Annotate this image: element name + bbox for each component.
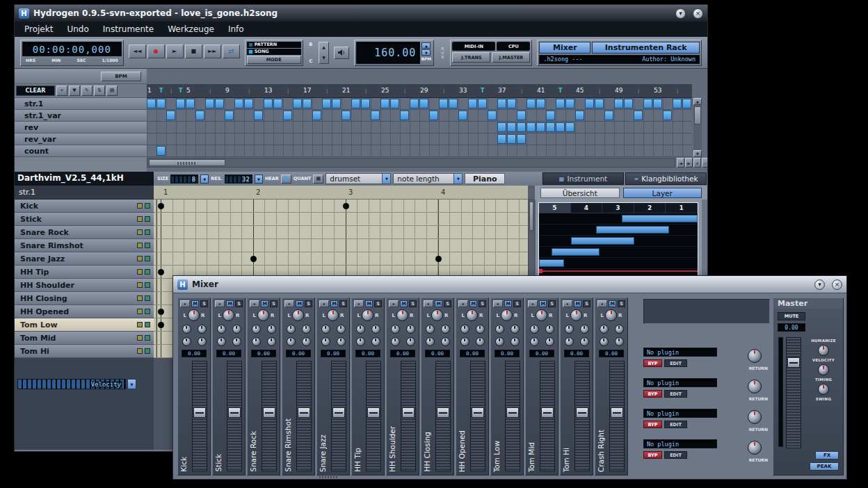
instrument-row-snare-rock[interactable]: Snare Rock xyxy=(15,226,154,239)
channel-volume-fader[interactable] xyxy=(331,361,346,471)
mute-button[interactable]: M xyxy=(365,300,373,307)
fx-send-knob-1[interactable] xyxy=(460,325,469,334)
rollup-window-button[interactable]: ▾ xyxy=(814,279,825,290)
fx-send-knob-2[interactable] xyxy=(371,325,380,334)
pattern-list-item-count[interactable]: count xyxy=(15,145,147,157)
solo-button[interactable]: S xyxy=(374,300,382,307)
instrument-row-hh-shoulder[interactable]: HH Shoulder xyxy=(15,279,154,292)
pan-knob[interactable] xyxy=(362,309,373,321)
fx-return-knob[interactable] xyxy=(748,349,762,363)
chevron-down-icon[interactable]: ▼ xyxy=(453,174,462,184)
fx-edit-button[interactable]: EDIT xyxy=(664,390,687,398)
pattern-cell[interactable] xyxy=(439,99,448,108)
mute-button[interactable]: M xyxy=(539,300,547,307)
fx-send-knob-4[interactable] xyxy=(337,337,346,346)
transport-rewind-button[interactable]: ◄◄ xyxy=(129,44,146,58)
pattern-cell[interactable] xyxy=(147,99,156,108)
play-sample-button[interactable]: ▸ xyxy=(528,300,538,307)
instrument-mute-button[interactable] xyxy=(137,309,143,314)
layer-tab-3[interactable]: 3 xyxy=(602,203,634,213)
fader-thumb[interactable] xyxy=(576,407,588,418)
pattern-cell[interactable] xyxy=(565,122,574,132)
metronome-button[interactable] xyxy=(334,47,349,59)
pattern-mode-toggle[interactable]: PATTERN xyxy=(247,42,301,48)
fx-send-knob-3[interactable] xyxy=(182,337,191,346)
vscroll-thumb[interactable] xyxy=(694,106,701,124)
fader-thumb[interactable] xyxy=(228,407,241,418)
play-sample-button[interactable]: ▸ xyxy=(389,300,399,307)
instrument-mute-button[interactable] xyxy=(137,243,143,248)
pattern-cell[interactable] xyxy=(176,99,185,108)
solo-button[interactable]: S xyxy=(339,300,347,307)
channel-volume-fader[interactable] xyxy=(227,361,242,471)
fx-send-knob-3[interactable] xyxy=(356,337,365,346)
channel-volume-fader[interactable] xyxy=(366,361,381,471)
pattern-cell[interactable] xyxy=(410,99,419,108)
pan-knob[interactable] xyxy=(570,309,582,321)
song-row-str-1-var[interactable] xyxy=(147,110,692,122)
fader-thumb[interactable] xyxy=(298,407,310,418)
fx-plugin-display[interactable]: No plugin xyxy=(643,378,717,387)
channel-volume-fader[interactable] xyxy=(574,361,590,471)
fx-send-knob-4[interactable] xyxy=(615,337,624,346)
layer-tab-4[interactable]: 4 xyxy=(571,203,603,213)
pattern-cell[interactable] xyxy=(361,99,370,108)
solo-button[interactable]: S xyxy=(305,300,312,307)
instrument-solo-button[interactable] xyxy=(145,335,150,341)
jack-master-button[interactable]: J.MASTER xyxy=(492,52,530,63)
song-horizontal-scrollbar[interactable] xyxy=(147,158,675,168)
channel-volume-fader[interactable] xyxy=(609,361,625,471)
layer-velocity-line[interactable] xyxy=(539,270,698,272)
instrument-solo-button[interactable] xyxy=(145,203,150,209)
channel-volume-fader[interactable] xyxy=(505,361,520,471)
fx-send-knob-2[interactable] xyxy=(337,325,346,334)
fx-send-knob-4[interactable] xyxy=(545,337,554,346)
fx-send-knob-2[interactable] xyxy=(511,325,520,334)
play-sample-button[interactable]: ▸ xyxy=(563,300,572,307)
fx-send-knob-1[interactable] xyxy=(287,325,296,334)
fx-send-knob-1[interactable] xyxy=(495,325,504,334)
move-pattern-button[interactable]: ⇅ xyxy=(94,86,105,96)
pattern-cell[interactable] xyxy=(556,122,565,132)
instrument-row-hh-closing[interactable]: HH Closing xyxy=(15,292,154,305)
fx-send-knob-3[interactable] xyxy=(252,337,261,346)
pattern-cell[interactable] xyxy=(507,134,516,144)
instrument-solo-button[interactable] xyxy=(145,322,150,327)
instrument-mute-button[interactable] xyxy=(137,229,143,235)
pan-knob[interactable] xyxy=(292,309,304,321)
humanize-timing-knob[interactable] xyxy=(818,364,829,375)
solo-button[interactable]: S xyxy=(479,300,486,307)
instrument-row-hh-tip[interactable]: HH Tip xyxy=(15,266,154,279)
fx-send-knob-2[interactable] xyxy=(406,325,415,334)
pattern-cell[interactable] xyxy=(507,122,516,132)
pattern-cell[interactable] xyxy=(312,111,321,120)
pattern-cell[interactable] xyxy=(293,99,302,108)
pattern-cell[interactable] xyxy=(527,122,536,132)
instrument-row-tom-low[interactable]: Tom Low xyxy=(15,318,154,332)
pattern-cell[interactable] xyxy=(390,99,399,108)
fx-plugin-display[interactable]: No plugin xyxy=(643,348,717,357)
fx-send-knob-3[interactable] xyxy=(600,337,609,346)
pattern-cell[interactable] xyxy=(604,111,613,120)
instrument-solo-button[interactable] xyxy=(145,269,150,275)
fader-thumb[interactable] xyxy=(367,407,380,418)
pattern-cell[interactable] xyxy=(225,111,234,120)
fader-thumb[interactable] xyxy=(506,407,519,418)
play-sample-button[interactable]: ▸ xyxy=(458,300,468,307)
instrument-row-stick[interactable]: Stick xyxy=(15,213,154,226)
play-sample-button[interactable]: ▸ xyxy=(493,300,503,307)
instrument-solo-button[interactable] xyxy=(145,243,150,248)
play-sample-button[interactable]: ▸ xyxy=(354,300,364,307)
mixer-titlebar[interactable]: H Mixer ▾ × xyxy=(173,276,846,293)
instrument-solo-button[interactable] xyxy=(145,295,150,301)
fx-edit-button[interactable]: EDIT xyxy=(664,359,687,367)
solo-button[interactable]: S xyxy=(618,300,625,307)
fx-send-knob-4[interactable] xyxy=(476,337,485,346)
fx-send-knob-1[interactable] xyxy=(530,325,539,334)
transport-forward-button[interactable]: ►► xyxy=(204,44,221,58)
instrument-mute-button[interactable] xyxy=(137,335,143,341)
pattern-cell[interactable] xyxy=(517,134,526,144)
mute-button[interactable]: M xyxy=(330,300,338,307)
solo-button[interactable]: S xyxy=(235,300,243,307)
song-row-rev[interactable] xyxy=(147,122,692,133)
